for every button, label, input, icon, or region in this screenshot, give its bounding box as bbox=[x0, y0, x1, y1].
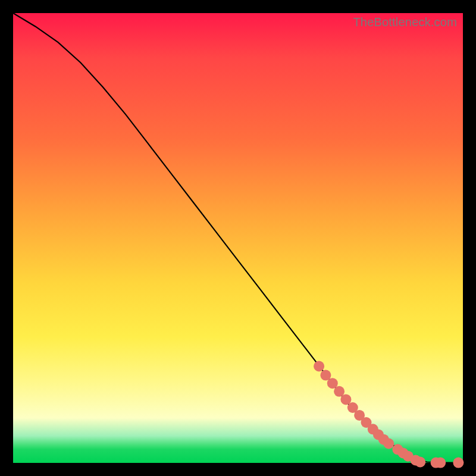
chart-svg bbox=[13, 13, 463, 463]
data-marker bbox=[435, 458, 446, 468]
data-marker bbox=[314, 361, 324, 372]
main-curve bbox=[13, 13, 463, 463]
chart-frame: TheBottleneck.com bbox=[0, 0, 476, 476]
data-marker bbox=[383, 439, 394, 449]
data-marker bbox=[415, 457, 425, 468]
chart-plot-area: TheBottleneck.com bbox=[13, 13, 463, 463]
marker-group bbox=[314, 361, 464, 468]
data-marker bbox=[453, 458, 464, 468]
